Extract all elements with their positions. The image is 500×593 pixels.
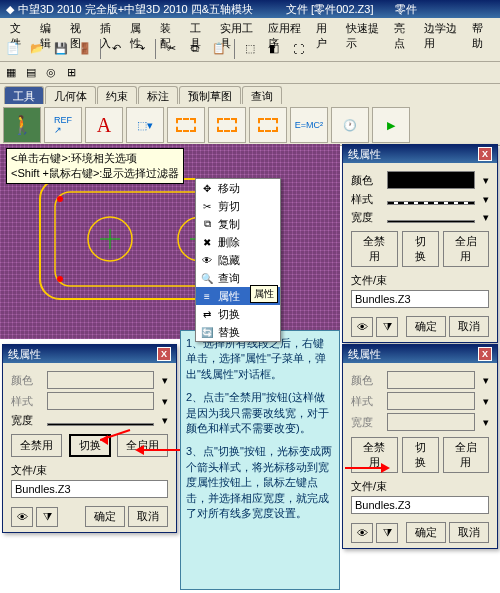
width-slot[interactable] — [387, 413, 475, 431]
formula-icon[interactable]: E=MC² — [290, 107, 328, 143]
fit-icon[interactable]: ⛶ — [287, 38, 309, 60]
menu-help[interactable]: 帮助 — [466, 19, 496, 35]
ok-button[interactable]: 确定 — [406, 522, 446, 543]
cut-icon[interactable]: ✂ — [160, 38, 182, 60]
color-slot[interactable] — [387, 171, 475, 189]
menu-app[interactable]: 应用程序 — [262, 19, 310, 35]
close-icon[interactable]: X — [478, 147, 492, 161]
ctx-copy[interactable]: ⧉复制 — [196, 215, 280, 233]
ok-button[interactable]: 确定 — [406, 316, 446, 337]
copy-icon[interactable]: ⧉ — [184, 38, 206, 60]
menu-tool[interactable]: 工具 — [184, 19, 214, 35]
enable-all-button[interactable]: 全启用 — [443, 437, 490, 473]
width-label: 宽度 — [11, 413, 39, 428]
toggle-button[interactable]: 切换 — [402, 437, 439, 473]
style-slot[interactable] — [387, 392, 475, 410]
chevron-down-icon[interactable]: ▾ — [483, 395, 489, 408]
menu-attr[interactable]: 属性 — [124, 19, 154, 35]
tab-dim[interactable]: 标注 — [138, 86, 178, 104]
ctx-replace[interactable]: 🔄替换 — [196, 323, 280, 341]
menu-util[interactable]: 实用工具 — [214, 19, 262, 35]
paste-icon[interactable]: 📋 — [208, 38, 230, 60]
style-slot[interactable] — [47, 392, 154, 410]
file-input[interactable] — [351, 290, 489, 308]
filter-icon[interactable]: ⧩ — [36, 507, 58, 527]
color-slot[interactable] — [47, 371, 154, 389]
close-icon[interactable]: X — [157, 347, 171, 361]
save-icon[interactable]: 💾 — [50, 38, 72, 60]
tab-geom[interactable]: 几何体 — [45, 86, 96, 104]
disable-all-button[interactable]: 全禁用 — [11, 434, 62, 457]
icon-b[interactable]: ▤ — [22, 64, 40, 82]
file-input[interactable] — [11, 480, 168, 498]
menu-file[interactable]: 文件 — [4, 19, 34, 35]
tab-preset[interactable]: 预制草图 — [179, 86, 241, 104]
toggle-button[interactable]: 切换 — [402, 231, 439, 267]
exit-icon[interactable]: 🚪 — [74, 38, 96, 60]
panel2-title: 线属性 — [8, 347, 157, 362]
cancel-button[interactable]: 取消 — [128, 506, 168, 527]
close-icon[interactable]: X — [478, 347, 492, 361]
rect1-icon[interactable] — [167, 107, 205, 143]
cancel-button[interactable]: 取消 — [449, 522, 489, 543]
file-input[interactable] — [351, 496, 489, 514]
replace-icon: 🔄 — [200, 325, 214, 339]
style-label: 样式 — [11, 394, 39, 409]
menu-edit[interactable]: 编辑 — [34, 19, 64, 35]
tab-tools[interactable]: 工具 — [4, 86, 44, 104]
style-slot[interactable] — [387, 201, 475, 205]
open-icon[interactable]: 📂 — [26, 38, 48, 60]
exit-sketch-icon[interactable]: 🚶 — [3, 107, 41, 143]
width-slot[interactable] — [387, 220, 475, 223]
chevron-down-icon[interactable]: ▾ — [162, 414, 168, 427]
menu-hl[interactable]: 亮点 — [388, 19, 418, 35]
icon-a[interactable]: ▦ — [2, 64, 20, 82]
color-label: 颜色 — [351, 373, 379, 388]
text-icon[interactable]: A — [85, 107, 123, 143]
menu-learn[interactable]: 边学边用 — [418, 19, 466, 35]
ctx-hide[interactable]: 👁隐藏 — [196, 251, 280, 269]
chevron-down-icon[interactable]: ▾ — [162, 395, 168, 408]
eye-icon[interactable]: 👁 — [351, 317, 373, 337]
chevron-down-icon[interactable]: ▾ — [483, 211, 489, 224]
icon-d[interactable]: ⊞ — [62, 64, 80, 82]
ok-button[interactable]: 确定 — [85, 506, 125, 527]
redo-icon[interactable]: ↷ — [129, 38, 151, 60]
tab-query[interactable]: 查询 — [242, 86, 282, 104]
chevron-down-icon[interactable]: ▾ — [162, 374, 168, 387]
disable-all-button[interactable]: 全禁用 — [351, 231, 398, 267]
chevron-down-icon[interactable]: ▾ — [483, 374, 489, 387]
ctx-move[interactable]: ✥移动 — [196, 179, 280, 197]
eye-icon[interactable]: 👁 — [11, 507, 33, 527]
chevron-down-icon[interactable]: ▾ — [483, 416, 489, 429]
ctx-toggle[interactable]: ⇄切换 — [196, 305, 280, 323]
clock-icon[interactable]: 🕐 — [331, 107, 369, 143]
shade-icon[interactable]: ◧ — [263, 38, 285, 60]
ctx-tooltip: 属性 — [250, 285, 278, 303]
menu-tip[interactable]: 快速提示 — [340, 19, 388, 35]
tab-constraint[interactable]: 约束 — [97, 86, 137, 104]
menu-asm[interactable]: 装配 — [154, 19, 184, 35]
enable-all-button[interactable]: 全启用 — [443, 231, 490, 267]
shape-icon[interactable]: ⬚▾ — [126, 107, 164, 143]
chevron-down-icon[interactable]: ▾ — [483, 174, 489, 187]
rect2-icon[interactable] — [208, 107, 246, 143]
color-slot[interactable] — [387, 371, 475, 389]
filter-icon[interactable]: ⧩ — [376, 317, 398, 337]
rect3-icon[interactable] — [249, 107, 287, 143]
ctx-delete[interactable]: ✖删除 — [196, 233, 280, 251]
eye-icon[interactable]: 👁 — [351, 523, 373, 543]
icon-c[interactable]: ◎ — [42, 64, 60, 82]
flag-icon[interactable]: ▶ — [372, 107, 410, 143]
wire-icon[interactable]: ⬚ — [239, 38, 261, 60]
menu-user[interactable]: 用户 — [310, 19, 340, 35]
undo-icon[interactable]: ↶ — [105, 38, 127, 60]
menu-view[interactable]: 视图 — [64, 19, 94, 35]
ctx-cut[interactable]: ✂剪切 — [196, 197, 280, 215]
new-icon[interactable]: 📄 — [2, 38, 24, 60]
cancel-button[interactable]: 取消 — [449, 316, 489, 337]
filter-icon[interactable]: ⧩ — [376, 523, 398, 543]
ref-icon[interactable]: REF↗ — [44, 107, 82, 143]
chevron-down-icon[interactable]: ▾ — [483, 193, 489, 206]
menu-insert[interactable]: 插入 — [94, 19, 124, 35]
